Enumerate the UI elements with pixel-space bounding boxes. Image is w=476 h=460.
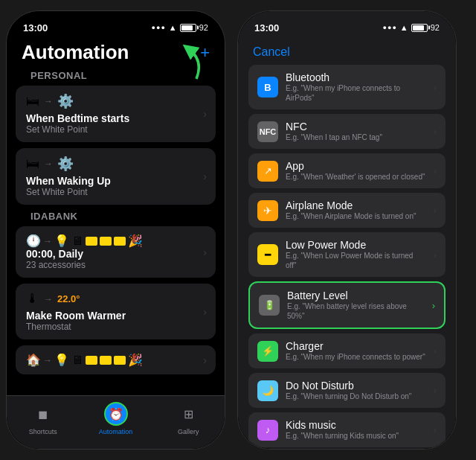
menu-item-charger[interactable]: ⚡ Charger E.g. "When my iPhone connects … — [248, 333, 446, 368]
tab-automation-label: Automation — [99, 428, 133, 435]
menu-title: Low Power Mode — [286, 239, 426, 251]
wifi-icon: ▲ — [169, 23, 177, 32]
menu-title: Do Not Disturb — [286, 380, 426, 392]
menu-title: Battery Level — [287, 290, 425, 301]
menu-item-battery-level[interactable]: 🔋 Battery Level E.g. "When battery level… — [248, 281, 446, 329]
menu-text-app: App E.g. "When 'Weather' is opened or cl… — [286, 160, 426, 182]
gallery-icon: ⊞ — [184, 407, 193, 421]
menu-text-battery: Battery Level E.g. "When battery level r… — [287, 290, 425, 321]
menu-subtitle: E.g. "When my iPhone connects to AirPods… — [286, 83, 426, 103]
menu-title: Kids music — [286, 419, 426, 431]
arrow-icon: → — [44, 159, 53, 169]
status-bar: 13:00 ●●● ▲ 92 — [7, 11, 225, 38]
party-icon: 🎉 — [128, 234, 143, 248]
light-icon2: 💡 — [54, 353, 69, 367]
monitor-icon: 🖥 — [71, 234, 83, 248]
automation-tab-icon-wrap: ⏰ — [104, 402, 128, 426]
status-time-right: 13:00 — [254, 22, 279, 33]
list-item[interactable]: 🏠 → 💡 🖥 🎉 › — [16, 345, 216, 374]
low-power-icon: ━ — [257, 244, 278, 265]
list-item[interactable]: 🛏 → ⚙️ When Waking Up Set White Point › — [16, 148, 216, 205]
item-name: When Waking Up — [26, 175, 205, 187]
item-name: Make Room Warmer — [26, 310, 205, 322]
page-title: Automation — [22, 41, 129, 64]
menu-list: B Bluetooth E.g. "When my iPhone connect… — [238, 65, 456, 449]
cancel-button[interactable]: Cancel — [253, 45, 290, 59]
menu-title: Bluetooth — [286, 71, 426, 83]
menu-item-kids-music[interactable]: ♪ Kids music E.g. "When turning Kids mus… — [248, 412, 446, 447]
chevron-right-icon: › — [434, 385, 437, 396]
gallery-tab-icon-wrap: ⊞ — [176, 402, 200, 426]
chevron-right-icon: › — [434, 126, 437, 137]
menu-subtitle: E.g. "When 'Weather' is opened or closed… — [286, 172, 426, 182]
menu-item-nfc[interactable]: NFC NFC E.g. "When I tap an NFC tag" › — [248, 114, 446, 149]
tab-automation[interactable]: ⏰ Automation — [80, 402, 152, 435]
battery-icon-right — [411, 24, 428, 32]
menu-text-bluetooth: Bluetooth E.g. "When my iPhone connects … — [286, 71, 426, 103]
tab-shortcuts[interactable]: ◼ Shortcuts — [7, 402, 80, 435]
battery-level-right: 92 — [431, 23, 440, 32]
menu-subtitle: E.g. "When my iPhone connects to power" — [286, 352, 426, 362]
arrow-icon: → — [44, 96, 53, 106]
add-automation-button[interactable]: + — [200, 43, 210, 63]
status-bar-right: 13:00 ●●● ▲ 92 — [238, 11, 456, 38]
app-icon: ↗ — [257, 161, 278, 182]
item-sub: 23 accessories — [26, 260, 205, 270]
chevron-right-icon: › — [434, 205, 437, 216]
chevron-right-icon: › — [434, 82, 437, 93]
tab-shortcuts-label: Shortcuts — [29, 428, 57, 435]
chevron-right-icon: › — [203, 108, 207, 120]
charger-icon: ⚡ — [257, 341, 278, 362]
list-item[interactable]: 🛏 → ⚙️ When Bedtime starts Set White Poi… — [16, 86, 216, 142]
tab-gallery-label: Gallery — [178, 428, 199, 435]
bluetooth-icon: B — [257, 77, 278, 98]
menu-item-low-power[interactable]: ━ Low Power Mode E.g. "When Low Power Mo… — [248, 232, 446, 277]
menu-text-nfc: NFC E.g. "When I tap an NFC tag" — [286, 121, 426, 142]
menu-text-low-power: Low Power Mode E.g. "When Low Power Mode… — [286, 239, 426, 270]
settings-icon: ⚙️ — [57, 93, 74, 109]
list-item[interactable]: 🌡 → 22.0° Make Room Warmer Thermostat › — [16, 284, 216, 339]
menu-subtitle: E.g. "When battery level rises above 50%… — [287, 301, 425, 321]
wakeup-icon: 🛏 — [26, 156, 39, 172]
chevron-right-icon: › — [432, 300, 435, 311]
signal-icon: ●●● — [152, 24, 166, 31]
home-icon: 🏠 — [26, 353, 41, 367]
chevron-right-icon: › — [203, 170, 207, 182]
menu-text-charger: Charger E.g. "When my iPhone connects to… — [286, 340, 426, 362]
automation-header: Automation + — [7, 38, 225, 70]
battery-level-icon: 🔋 — [259, 295, 280, 316]
cancel-bar: Cancel — [238, 38, 456, 65]
automation-icons-row: 🕛 → 💡 🖥 🎉 — [26, 234, 205, 248]
menu-subtitle: E.g. "When turning Kids music on" — [286, 431, 426, 441]
menu-title: Charger — [286, 340, 426, 352]
menu-item-app[interactable]: ↗ App E.g. "When 'Weather' is opened or … — [248, 153, 446, 188]
menu-subtitle: E.g. "When Airplane Mode is turned on" — [286, 211, 426, 221]
menu-item-airplane[interactable]: ✈ Airplane Mode E.g. "When Airplane Mode… — [248, 193, 446, 228]
menu-title: Airplane Mode — [286, 199, 426, 211]
nfc-icon: NFC — [257, 121, 278, 142]
list-item[interactable]: 🕛 → 💡 🖥 🎉 00:00, Daily 23 accessories › — [16, 226, 216, 278]
monitor-icon2: 🖥 — [71, 354, 83, 367]
kids-music-icon: ♪ — [257, 420, 278, 441]
automation-icon: ⏰ — [109, 407, 123, 421]
tab-gallery[interactable]: ⊞ Gallery — [152, 402, 225, 435]
chevron-right-icon: › — [203, 354, 207, 366]
menu-item-dnd[interactable]: 🌙 Do Not Disturb E.g. "When turning Do N… — [248, 373, 446, 408]
menu-subtitle: E.g. "When turning Do Not Disturb on" — [286, 392, 426, 401]
menu-item-bluetooth[interactable]: B Bluetooth E.g. "When my iPhone connect… — [248, 65, 446, 109]
menu-text-dnd: Do Not Disturb E.g. "When turning Do Not… — [286, 380, 426, 401]
temp-icon: 🌡 — [26, 291, 39, 307]
chevron-right-icon: › — [434, 424, 437, 435]
settings-icon: ⚙️ — [57, 156, 74, 172]
item-sub: Set White Point — [26, 187, 205, 197]
status-icons: ●●● ▲ 92 — [152, 23, 208, 32]
section-idabank: Idabank — [16, 211, 216, 226]
status-time: 13:00 — [23, 22, 48, 33]
chevron-right-icon: › — [434, 165, 437, 176]
party-icon2: 🎉 — [128, 353, 143, 367]
menu-text-airplane: Airplane Mode E.g. "When Airplane Mode i… — [286, 199, 426, 221]
status-icons-right: ●●● ▲ 92 — [383, 23, 440, 32]
item-sub: Thermostat — [26, 322, 205, 332]
signal-icon-right: ●●● — [383, 24, 397, 31]
menu-title: App — [286, 160, 426, 172]
